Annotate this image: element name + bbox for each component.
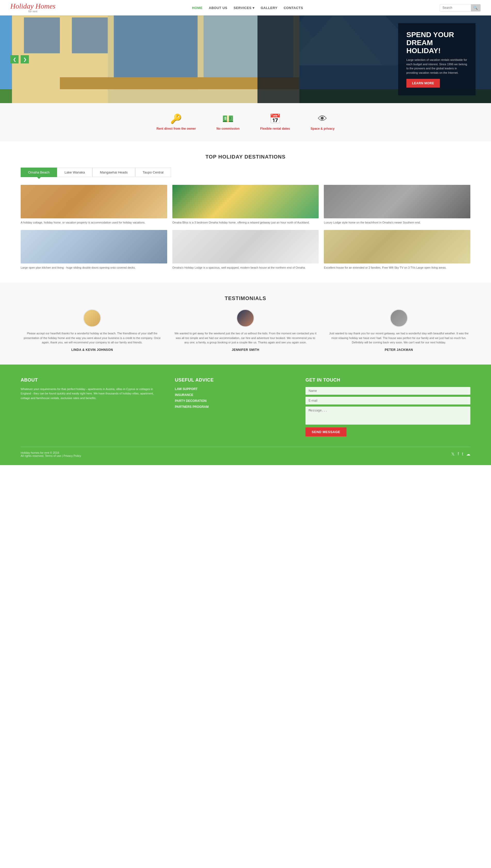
property-image-4	[21, 230, 167, 264]
destination-tabs: Omaha Beach Lake Wanaka Mangawhai Heads …	[21, 167, 470, 177]
svg-rect-8	[72, 18, 108, 53]
nav-about[interactable]: ABOUT US	[209, 6, 227, 10]
features-section: 🔑 Rent direct from the owner 💵 No commis…	[0, 103, 491, 141]
feature-owner: 🔑 Rent direct from the owner	[156, 114, 196, 130]
avatar-1	[83, 309, 101, 327]
nav-links: HOME ABOUT US SERVICES ▾ GALLERY CONTACT…	[192, 6, 303, 10]
testimonials-section: TESTIMONIALS Please accept our heartfelt…	[0, 283, 491, 365]
testimonial-name-3: PETER JACKMAN	[327, 348, 470, 352]
feature-privacy-label: Space & privacy	[311, 127, 335, 130]
footer-advice-heading: USEFUL ADVICE	[175, 377, 293, 383]
social-icons: 𝕏 f t ☁	[451, 452, 470, 457]
feature-privacy: 👁 Space & privacy	[311, 114, 335, 130]
nav-home[interactable]: HOME	[192, 6, 203, 10]
property-image-6	[324, 230, 470, 264]
hero-cta-button[interactable]: LEARN MORE	[406, 79, 440, 88]
footer-links-list: LAW SUPPORT INSURANCE PARTY DECORATION P…	[175, 387, 293, 409]
svg-rect-7	[24, 18, 60, 53]
hero-title: SPEND YOUR DREAM HOLIDAY!	[406, 31, 467, 55]
footer: ABOUT Whatever your requirements for tha…	[0, 365, 491, 465]
destinations-title: TOP HOLIDAY DESTINATIONS	[21, 154, 470, 160]
calendar-icon: 📅	[260, 114, 290, 124]
tab-taupo[interactable]: Taupo Central	[135, 167, 171, 177]
tab-omaha[interactable]: Omaha Beach	[21, 167, 57, 177]
testimonial-text-3: Just wanted to say thank you for our rec…	[327, 331, 470, 345]
property-image-1	[21, 185, 167, 218]
contact-email-input[interactable]	[306, 397, 470, 404]
property-card-3[interactable]: Luxury Lodge style home on the beachfron…	[324, 185, 470, 225]
avatar-2	[236, 309, 254, 327]
hero-section: SPEND YOUR DREAM HOLIDAY! Large selectio…	[0, 16, 491, 103]
hero-description: Large selection of vacation rentals worl…	[406, 58, 467, 75]
property-image-2	[172, 185, 319, 218]
hero-navigation: ❮ ❯	[10, 55, 29, 63]
tab-mangawhai[interactable]: Mangawhai Heads	[92, 167, 135, 177]
footer-party-link[interactable]: PARTY DECORATION	[175, 399, 207, 403]
search-button[interactable]: 🔍	[471, 4, 481, 11]
footer-about-text: Whatever your requirements for that perf…	[21, 387, 162, 401]
footer-copy-2: All rights reserved. Terms of use | Priv…	[21, 454, 81, 457]
hero-prev-button[interactable]: ❮	[10, 55, 19, 63]
footer-grid: ABOUT Whatever your requirements for tha…	[21, 377, 470, 436]
property-card-4[interactable]: Large open plan kitchen and living - hug…	[21, 230, 167, 270]
property-card-2[interactable]: Omaha Bliss is a 3 bedroom Omaha holiday…	[172, 185, 319, 225]
tumblr-icon[interactable]: t	[462, 452, 463, 457]
footer-about-heading: ABOUT	[21, 377, 162, 383]
feature-owner-label: Rent direct from the owner	[156, 127, 196, 130]
chevron-down-icon: ▾	[253, 6, 255, 10]
property-card-5[interactable]: Omaha's Holiday Lodge is a spacious, wel…	[172, 230, 319, 270]
logo-title: Holiday Homes	[10, 3, 55, 10]
footer-bottom: Holiday homes for rent © 2016 All rights…	[21, 447, 470, 457]
twitter-icon[interactable]: 𝕏	[451, 452, 455, 457]
property-desc-2: Omaha Bliss is a 3 bedroom Omaha holiday…	[172, 220, 319, 225]
avatar-3	[390, 309, 408, 327]
contact-message-input[interactable]	[306, 407, 470, 425]
footer-contact-heading: GET IN TOUCH	[306, 377, 470, 383]
property-card-1[interactable]: A holiday cottage, holiday home, or vaca…	[21, 185, 167, 225]
nav-contacts[interactable]: CONTACTS	[284, 6, 303, 10]
tab-wanaka[interactable]: Lake Wanaka	[57, 167, 92, 177]
property-grid: A holiday cottage, holiday home, or vaca…	[21, 185, 470, 270]
navbar: Holiday Homes for rent HOME ABOUT US SER…	[0, 0, 491, 16]
facebook-icon[interactable]: f	[458, 452, 459, 457]
send-message-button[interactable]: SEND MESSAGE	[306, 427, 347, 436]
hero-next-button[interactable]: ❯	[21, 55, 29, 63]
property-desc-5: Omaha's Holiday Lodge is a spacious, wel…	[172, 266, 319, 270]
testimonials-grid: Please accept our heartfelt thanks for a…	[21, 309, 470, 352]
property-card-6[interactable]: Excellent house for an extended or 2 fam…	[324, 230, 470, 270]
testimonial-text-2: We wanted to get away for the weekend ju…	[174, 331, 317, 345]
feature-commission: 💵 No commission	[216, 114, 239, 130]
testimonial-2: We wanted to get away for the weekend ju…	[174, 309, 317, 352]
testimonial-text-1: Please accept our heartfelt thanks for a…	[21, 331, 164, 345]
search-bar: 🔍	[440, 4, 481, 11]
logo: Holiday Homes for rent	[10, 3, 55, 13]
testimonial-1: Please accept our heartfelt thanks for a…	[21, 309, 164, 352]
footer-law-link[interactable]: LAW SUPPORT	[175, 387, 198, 391]
footer-copy-1: Holiday homes for rent © 2016	[21, 451, 81, 454]
property-image-5	[172, 230, 319, 264]
testimonial-name-2: JENNIFER SMITH	[174, 348, 317, 352]
property-desc-4: Large open plan kitchen and living - hug…	[21, 266, 167, 270]
nav-gallery[interactable]: GALLERY	[261, 6, 277, 10]
rss-icon[interactable]: ☁	[466, 452, 470, 457]
footer-contact: GET IN TOUCH SEND MESSAGE	[306, 377, 470, 436]
search-input[interactable]	[440, 5, 471, 11]
money-icon: 💵	[216, 114, 239, 124]
hero-overlay: SPEND YOUR DREAM HOLIDAY! Large selectio…	[398, 23, 475, 95]
property-desc-3: Luxury Lodge style home on the beachfron…	[324, 220, 470, 225]
property-desc-6: Excellent house for an extended or 2 fam…	[324, 266, 470, 270]
footer-insurance-link[interactable]: INSURANCE	[175, 393, 193, 397]
testimonials-title: TESTIMONIALS	[21, 296, 470, 301]
property-image-3	[324, 185, 470, 218]
destinations-section: TOP HOLIDAY DESTINATIONS Omaha Beach Lak…	[0, 141, 491, 283]
footer-advice: USEFUL ADVICE LAW SUPPORT INSURANCE PART…	[175, 377, 293, 436]
footer-copyright: Holiday homes for rent © 2016 All rights…	[21, 451, 81, 457]
feature-dates: 📅 Flexible rental dates	[260, 114, 290, 130]
footer-partners-link[interactable]: PARTNERS PROGRAM	[175, 405, 209, 409]
contact-name-input[interactable]	[306, 387, 470, 395]
nav-services[interactable]: SERVICES ▾	[233, 6, 254, 10]
feature-dates-label: Flexible rental dates	[260, 127, 290, 130]
testimonial-name-1: LINDA & KEVIN JOHNSON	[21, 348, 164, 352]
logo-subtitle: for rent	[10, 10, 55, 13]
key-icon: 🔑	[156, 114, 196, 124]
